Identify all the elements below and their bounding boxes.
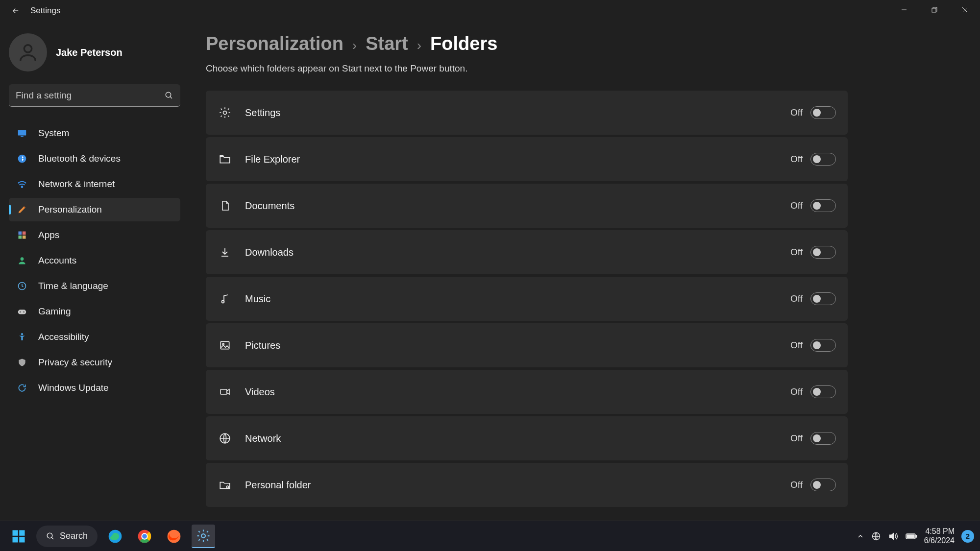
sidebar: Jake Peterson System Bluetooth & devices… xyxy=(0,29,186,400)
toggle-network[interactable] xyxy=(810,432,836,445)
sidebar-item-system[interactable]: System xyxy=(9,121,180,145)
svg-rect-29 xyxy=(13,530,18,535)
profile[interactable]: Jake Peterson xyxy=(9,29,186,84)
speaker-icon xyxy=(888,531,899,542)
toggle-file-explorer[interactable] xyxy=(810,153,836,166)
svg-point-42 xyxy=(201,534,205,538)
firefox-icon xyxy=(166,528,182,544)
sidebar-item-accessibility[interactable]: Accessibility xyxy=(9,325,180,349)
svg-point-11 xyxy=(22,186,23,188)
back-button[interactable] xyxy=(5,0,26,22)
svg-point-40 xyxy=(142,534,147,539)
search-icon xyxy=(46,532,55,541)
taskbar-app-chrome[interactable] xyxy=(133,525,156,548)
svg-point-22 xyxy=(223,111,227,115)
close-icon xyxy=(962,7,968,13)
row-label: Documents xyxy=(245,200,790,212)
svg-rect-15 xyxy=(23,236,26,239)
sidebar-item-accounts[interactable]: Accounts xyxy=(9,249,180,272)
sidebar-item-update[interactable]: Windows Update xyxy=(9,376,180,400)
row-music: Music Off xyxy=(206,277,848,321)
wifi-icon xyxy=(17,179,27,190)
svg-point-19 xyxy=(20,311,21,312)
minimize-button[interactable] xyxy=(889,0,919,20)
toggle-knob xyxy=(813,109,821,117)
taskbar-search[interactable]: Search xyxy=(36,526,98,547)
toggle-music[interactable] xyxy=(810,292,836,305)
sidebar-item-label: Network & internet xyxy=(38,179,115,190)
display-icon xyxy=(17,128,27,139)
sidebar-item-network[interactable]: Network & internet xyxy=(9,172,180,196)
toggle-pictures[interactable] xyxy=(810,339,836,352)
folder-toggle-list: Settings Off File Explorer Off Documents… xyxy=(206,91,848,507)
breadcrumb-leaf: Folders xyxy=(430,33,497,54)
sidebar-item-time-language[interactable]: Time & language xyxy=(9,274,180,298)
personal-folder-icon xyxy=(218,479,232,491)
svg-rect-18 xyxy=(18,310,26,314)
tray-overflow[interactable] xyxy=(857,532,864,540)
toggle-knob xyxy=(813,481,821,489)
taskbar-app-settings[interactable] xyxy=(192,525,215,548)
search-icon xyxy=(165,91,173,100)
toggle-state: Off xyxy=(790,479,803,490)
nav-list: System Bluetooth & devices Network & int… xyxy=(9,121,186,400)
search-box[interactable] xyxy=(9,84,180,107)
svg-rect-32 xyxy=(19,537,24,542)
battery-icon xyxy=(906,532,917,540)
tray-language-network-icon[interactable] xyxy=(871,531,881,541)
notification-badge[interactable]: 2 xyxy=(961,530,974,543)
row-pictures: Pictures Off xyxy=(206,323,848,367)
tray-volume-icon[interactable] xyxy=(888,531,899,542)
minimize-icon xyxy=(901,7,907,13)
person-icon xyxy=(17,41,39,64)
person-icon xyxy=(17,256,27,265)
toggle-state: Off xyxy=(790,200,803,211)
start-button[interactable] xyxy=(7,525,30,548)
document-icon xyxy=(218,199,232,212)
shield-icon xyxy=(17,358,27,367)
tray-clock[interactable]: 4:58 PM 6/6/2024 xyxy=(924,527,955,545)
toggle-knob xyxy=(813,295,821,303)
svg-rect-8 xyxy=(18,130,26,136)
row-videos: Videos Off xyxy=(206,370,848,414)
toggle-settings[interactable] xyxy=(810,106,836,119)
sidebar-item-label: Gaming xyxy=(38,306,71,317)
chevron-right-icon: › xyxy=(417,38,421,53)
search-input[interactable] xyxy=(16,90,165,101)
sidebar-item-apps[interactable]: Apps xyxy=(9,223,180,247)
close-button[interactable] xyxy=(950,0,980,20)
svg-point-33 xyxy=(47,533,52,538)
sidebar-item-gaming[interactable]: Gaming xyxy=(9,300,180,323)
taskbar-app-firefox[interactable] xyxy=(162,525,186,548)
toggle-documents[interactable] xyxy=(810,199,836,212)
svg-rect-13 xyxy=(23,232,26,235)
edge-icon xyxy=(107,528,123,544)
row-settings: Settings Off xyxy=(206,91,848,135)
maximize-button[interactable] xyxy=(919,0,950,20)
svg-line-34 xyxy=(51,537,53,539)
row-label: Pictures xyxy=(245,340,790,351)
toggle-downloads[interactable] xyxy=(810,246,836,259)
update-icon xyxy=(17,383,27,393)
breadcrumb-mid[interactable]: Start xyxy=(366,33,408,54)
system-tray: 4:58 PM 6/6/2024 2 xyxy=(857,527,980,545)
arrow-left-icon xyxy=(11,6,20,15)
toggle-personal-folder[interactable] xyxy=(810,479,836,491)
toggle-state: Off xyxy=(790,154,803,165)
toggle-state: Off xyxy=(790,293,803,304)
sidebar-item-label: Privacy & security xyxy=(38,357,112,368)
tray-battery-icon[interactable] xyxy=(906,532,917,540)
sidebar-item-personalization[interactable]: Personalization xyxy=(9,198,180,221)
titlebar: Settings xyxy=(0,0,980,22)
taskbar-app-edge[interactable] xyxy=(103,525,127,548)
row-file-explorer: File Explorer Off xyxy=(206,137,848,181)
sidebar-item-privacy[interactable]: Privacy & security xyxy=(9,351,180,374)
toggle-videos[interactable] xyxy=(810,385,836,398)
row-network: Network Off xyxy=(206,416,848,460)
breadcrumb-root[interactable]: Personalization xyxy=(206,33,343,54)
taskbar-search-label: Search xyxy=(60,531,88,541)
maximize-icon xyxy=(931,7,937,13)
chrome-icon xyxy=(137,528,152,544)
svg-rect-31 xyxy=(13,537,18,542)
sidebar-item-bluetooth[interactable]: Bluetooth & devices xyxy=(9,147,180,170)
